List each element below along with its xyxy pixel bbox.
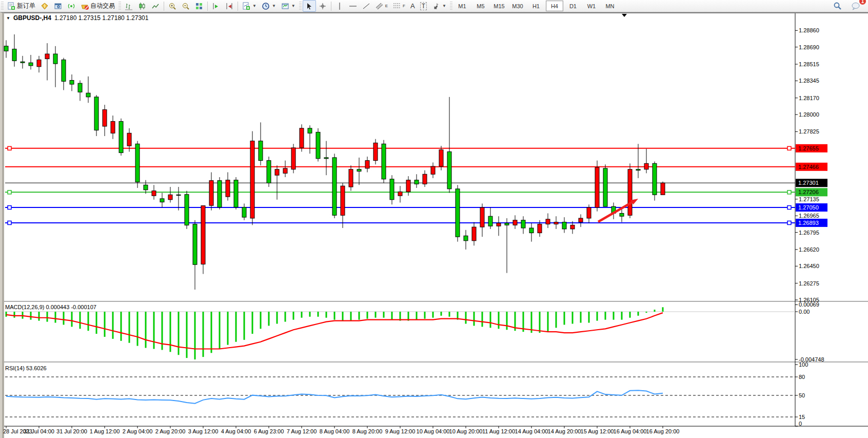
price-tick-label: 1.28000 [799,111,819,118]
notifications-button[interactable]: 1 [849,0,863,12]
signals-button[interactable] [65,0,78,12]
search-button[interactable] [831,0,844,12]
arrows-tool-button[interactable]: ▼ [429,0,449,12]
price-tick-label: 1.26275 [799,280,819,287]
date-label: 10 Aug 04:00 [417,428,450,434]
date-label: 31 Jul 04:00 [24,428,54,434]
chevron-down-icon: ▼ [442,4,446,8]
date-label: 14 Aug 04:00 [515,428,548,434]
toolbar-grip[interactable] [1,2,4,11]
hline-handle [787,221,791,224]
timeframe-m30-button[interactable]: M30 [509,1,526,11]
timeframe-w1-button[interactable]: W1 [583,1,600,11]
channel-tool-button[interactable]: E [373,0,390,12]
candle-body-up [513,220,517,225]
toolbar-grip[interactable] [119,2,121,11]
timeframe-d1-button[interactable]: D1 [564,1,582,11]
price-tick-label: 1.28345 [799,78,819,84]
date-label: 2 Aug 04:00 [123,428,153,434]
hline-handle [8,191,11,194]
chart-title-toggle-icon[interactable]: ▼ [6,16,10,21]
vertical-line-tool-button[interactable] [333,0,346,12]
date-label: 3 Aug 12:00 [188,428,219,434]
trading-app: 新订单 自动交易 [0,0,868,438]
tile-windows-button[interactable] [192,0,206,12]
toolbar-grip[interactable] [450,2,452,11]
timeframe-m1-button[interactable]: M1 [453,1,471,11]
auto-scroll-button[interactable] [209,0,223,12]
chart-title-ohlc: 1.27180 1.27315 1.27180 1.27301 [54,14,149,22]
label-tool-label: T [420,2,427,10]
timeframe-m15-button[interactable]: M15 [490,1,508,11]
zoom-in-button[interactable] [166,0,179,12]
text-tool-button[interactable]: A [408,0,418,12]
line-chart-type-button[interactable] [149,0,162,12]
date-label: 10 Aug 20:00 [449,428,483,434]
chart-canvas[interactable]: 1.288601.286901.285151.283451.281701.280… [2,13,868,438]
macd-indicator-label: MACD(12,26,9) 0.000443 -0.000107 [5,304,96,310]
candle-body-up [152,191,156,196]
equidistant-channel-icon [376,2,384,10]
bar-chart-type-button[interactable] [122,0,135,12]
candle-body-down [160,199,164,202]
trendline-tool-button[interactable] [360,0,373,12]
auto-trading-icon [81,2,89,10]
price-tick-label: 1.26795 [799,230,819,236]
candle-body-down [464,236,468,241]
crosshair-icon [319,2,327,10]
candle-body-up [168,195,172,200]
auto-trading-button[interactable]: 自动交易 [78,0,117,12]
periods-button[interactable]: ▼ [259,0,279,12]
data-window-button[interactable] [51,0,65,12]
macd-axis-label: 0.00 [799,309,810,315]
timeframe-m5-button[interactable]: M5 [472,1,489,11]
fibonacci-tool-button[interactable]: F [390,0,408,12]
candle-body-up [661,183,665,195]
notification-badge: 1 [859,0,866,5]
candle-body-up [480,207,484,227]
chart-title: ▼ GBPUSD-,H4 1.27180 1.27315 1.27180 1.2… [6,14,148,22]
timeframe-mn-button[interactable]: MN [601,1,619,11]
rsi-axis-label: 15 [799,414,805,420]
zoom-out-button[interactable] [179,0,192,12]
candle-body-down [447,151,451,188]
bar-chart-icon [125,2,133,10]
chat-bubble-icon [851,2,860,10]
macd-axis-label: 0.00069 [799,301,819,308]
hline-handle [787,191,791,194]
chart-shift-button[interactable] [223,0,236,12]
market-watch-button[interactable] [38,0,51,12]
crosshair-tool-button[interactable] [316,0,329,12]
rsi-axis-label: 80 [799,374,805,380]
date-label: 4 Aug 04:00 [221,428,251,434]
toolbar-grip[interactable] [299,2,302,11]
horizontal-line-tool-button[interactable] [346,0,360,12]
new-order-button[interactable]: 新订单 [5,0,38,12]
text-label-tool-button[interactable]: T [418,0,429,12]
chart-title-symbol: GBPUSD-,H4 [13,14,51,22]
hline-handle [8,206,11,210]
hline-handle [787,146,791,150]
cursor-tool-button[interactable] [303,0,316,12]
candle-body-down [86,93,90,97]
timeframe-h1-button[interactable]: H1 [527,1,545,11]
timeframe-h4-button[interactable]: H4 [546,1,563,11]
candle-body-up [628,169,632,216]
templates-button[interactable]: ▼ [279,0,298,12]
rsi-axis-label: 50 [799,392,805,398]
candle-body-up [423,174,427,184]
date-label: 8 Aug 20:00 [352,428,383,434]
chevron-down-icon: ▼ [272,4,276,8]
candle-body-up [45,54,49,59]
indicators-button[interactable]: ▼ [240,0,259,12]
candle-body-down [62,60,66,81]
date-label: 16 Aug 20:00 [646,428,680,434]
candle-body-up [111,121,115,133]
candle-body-down [603,168,607,206]
candle-body-down [12,49,16,61]
chart-window[interactable]: 1.288601.286901.285151.283451.281701.280… [0,12,868,438]
price-tick-label: 1.26450 [799,263,819,269]
hline-price-tag-label: 1.27206 [798,189,819,195]
candle-chart-type-button[interactable] [135,0,149,12]
candle-body-down [308,128,312,134]
